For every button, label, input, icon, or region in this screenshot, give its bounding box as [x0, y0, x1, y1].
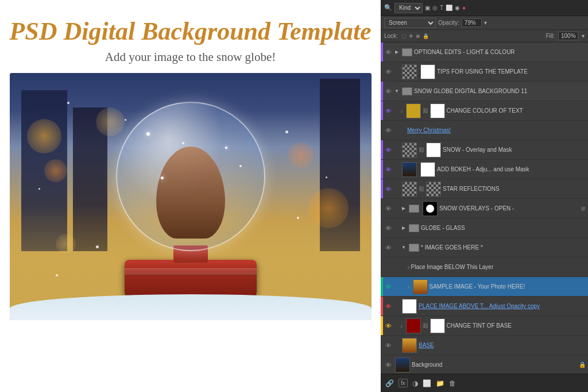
eye-sample-image[interactable]: 👁: [383, 282, 393, 292]
kind-select[interactable]: Kind: [394, 3, 423, 13]
right-panel: 🔍 Kind ▣ ◎ T ⬜ ◉ ● Screen Opacity: 79% ▾…: [381, 0, 588, 392]
thumb-snow-overlays: [423, 201, 438, 216]
thumb2-snow-overlay: [426, 143, 441, 157]
eye-base[interactable]: 👁: [383, 340, 393, 351]
layer-change-tint[interactable]: 👁 ♪ ⛓ CHANGE TINT OF BASE: [381, 316, 588, 336]
layer-star-reflections[interactable]: 👁 ⛓ STAR REFLECTIONS: [381, 179, 588, 199]
layer-tips[interactable]: 👁 TIPS FOR USING THE TEMPLATE: [381, 62, 588, 82]
layers-list[interactable]: 👁 ▶ OPTIONAL EDITS - LIGHT & COLOUR 👁 TI…: [381, 43, 588, 374]
eye-optional-edits[interactable]: 👁: [383, 47, 393, 57]
lock-background-icon: 🔒: [579, 362, 586, 368]
left-panel: PSD Digital Background Template Add your…: [0, 0, 381, 392]
layer-merry-christmas[interactable]: 👁 Merry Christmas!: [381, 121, 588, 140]
collapse-image-goes-here[interactable]: ▼: [400, 244, 407, 251]
eye-snow-overlay[interactable]: 👁: [383, 145, 393, 155]
collapse-optional-edits[interactable]: ▶: [393, 49, 400, 56]
layer-name-star-reflections: STAR REFLECTIONS: [443, 186, 586, 192]
eye-star-reflections[interactable]: 👁: [383, 184, 393, 194]
page-title: PSD Digital Background Template: [9, 17, 371, 47]
layer-snow-globe-group[interactable]: 👁 ▼ SNOW GLOBE DIGITAL BACKGROUND 11: [381, 82, 588, 101]
layer-name-snow-overlay: SNOW - Overlay and Mask: [443, 147, 586, 153]
eye-place-below[interactable]: [383, 262, 393, 272]
lock-all-icon[interactable]: 🔒: [423, 33, 429, 39]
layer-add-bokeh[interactable]: 👁 ADD BOKEH - Adju... and use Mask: [381, 160, 588, 179]
eye-merry-christmas[interactable]: 👁: [383, 125, 393, 136]
layer-change-colour[interactable]: 👁 ♪ ⛓ CHANGE COLOUR OF TEXT: [381, 101, 588, 121]
subtitle: Add your image to the snow globe!: [105, 50, 276, 64]
fill-value[interactable]: 100%: [558, 32, 578, 40]
thumb-star-reflections: [402, 182, 417, 197]
fx-icon[interactable]: fx: [399, 379, 408, 387]
layer-name-add-bokeh: ADD BOKEH - Adju... and use Mask: [437, 166, 586, 172]
lock-label: Lock:: [384, 33, 398, 39]
layer-snow-overlays-group[interactable]: 👁 ▶ SNOW OVERLAYS - OPEN - ⊞: [381, 199, 588, 218]
collapse-snow-overlays[interactable]: ▶: [400, 205, 407, 212]
thumb-snow-overlay: [402, 143, 417, 157]
fill-dropdown[interactable]: ▾: [582, 33, 585, 39]
lock-artboard-icon[interactable]: ⊕: [416, 33, 420, 39]
layer-image-goes-here[interactable]: 👁 ▼ * IMAGE GOES HERE *: [381, 238, 588, 258]
opacity-dropdown[interactable]: ▾: [484, 20, 487, 26]
new-layer-icon[interactable]: ⬜: [423, 379, 431, 387]
folder-icon[interactable]: 📁: [436, 379, 444, 387]
main-image: [10, 73, 372, 320]
pixel-icon: ▣: [425, 5, 430, 11]
layer-sample-image[interactable]: 👁 ♪ SAMPLE IMAGE - Your Photo HERE!: [381, 277, 588, 297]
layer-name-change-colour: CHANGE COLOUR OF TEXT: [447, 107, 586, 114]
eye-snow-overlays[interactable]: 👁: [383, 203, 393, 214]
trash-icon[interactable]: 🗑: [449, 379, 456, 387]
chain-tint: ⛓: [423, 322, 428, 329]
thumb-place-above: [402, 299, 417, 314]
collapse-globe-glass[interactable]: ▶: [400, 225, 407, 232]
eye-image-goes-here[interactable]: 👁: [383, 243, 393, 253]
layer-globe-glass[interactable]: 👁 ▶ GLOBE - GLASS: [381, 218, 588, 238]
layer-name-tips: TIPS FOR USING THE TEMPLATE: [437, 68, 586, 75]
note-icon: ♪: [400, 108, 403, 114]
eye-background[interactable]: 👁: [383, 360, 393, 370]
layer-name-optional-edits: OPTIONAL EDITS - LIGHT & COLOUR: [414, 49, 586, 55]
layer-optional-edits[interactable]: 👁 ▶ OPTIONAL EDITS - LIGHT & COLOUR: [381, 43, 588, 62]
eye-place-above[interactable]: 👁: [383, 301, 393, 312]
layer-name-image-goes-here: * IMAGE GOES HERE *: [421, 244, 586, 251]
adjustment-icon: ◎: [432, 5, 438, 11]
ps-top-toolbar: 🔍 Kind ▣ ◎ T ⬜ ◉ ●: [381, 0, 588, 16]
layer-place-above[interactable]: 👁 PLACE IMAGE ABOVE T... Adjust Opacity …: [381, 297, 588, 316]
eye-tips[interactable]: 👁: [383, 67, 393, 77]
note-icon-tint: ♪: [400, 323, 403, 329]
eye-add-bokeh[interactable]: 👁: [383, 164, 393, 175]
new-fill-icon[interactable]: ◑: [412, 379, 418, 387]
collapse-snow-globe[interactable]: ▼: [393, 88, 400, 95]
type-icon: T: [440, 5, 443, 11]
link-icon[interactable]: 🔗: [385, 379, 394, 387]
thumb-sample-image: [413, 279, 428, 294]
layer-name-merry-christmas: Merry Christmas!: [407, 127, 586, 133]
eye-change-colour[interactable]: 👁: [383, 106, 393, 116]
thumb-add-bokeh: [402, 162, 417, 177]
blend-mode-select[interactable]: Screen: [384, 18, 436, 28]
smart-icon: ◉: [455, 5, 460, 11]
eye-globe-glass[interactable]: 👁: [383, 223, 393, 233]
layer-place-below[interactable]: ♪ Place Image BELOW This Layer: [381, 258, 588, 277]
thumb-change-colour: [406, 103, 421, 118]
layer-background[interactable]: 👁 Background 🔒: [381, 355, 588, 374]
thumb-change-tint: [406, 318, 421, 333]
group-icon-image: [409, 244, 419, 252]
chain-icon: ⛓: [423, 107, 428, 114]
thumb2-star-reflections: [426, 182, 441, 197]
opacity-value[interactable]: 79%: [462, 18, 482, 27]
layer-snow-overlay[interactable]: 👁 ⛓ SNOW - Overlay and Mask: [381, 140, 588, 160]
layer-name-place-below: Place Image BELOW This Layer: [411, 264, 586, 270]
lock-bar: Lock: ⬚ ✛ ⊕ 🔒 Fill: 100% ▾: [381, 30, 588, 43]
thumb-tips: [402, 64, 417, 79]
layer-base[interactable]: 👁 BASE: [381, 336, 588, 355]
lock-icons: ⬚ ✛ ⊕ 🔒: [401, 33, 429, 39]
group-icon-2: [402, 87, 412, 95]
group-icon-globe: [409, 224, 419, 232]
chain-star: ⛓: [419, 186, 424, 192]
lock-pixels-icon[interactable]: ⬚: [401, 33, 407, 39]
eye-snow-globe[interactable]: 👁: [383, 86, 393, 97]
eye-change-tint[interactable]: 👁: [383, 321, 393, 331]
lock-move-icon[interactable]: ✛: [409, 33, 413, 39]
thumb2-add-bokeh: [420, 162, 435, 177]
chain-snow: ⛓: [419, 147, 424, 153]
